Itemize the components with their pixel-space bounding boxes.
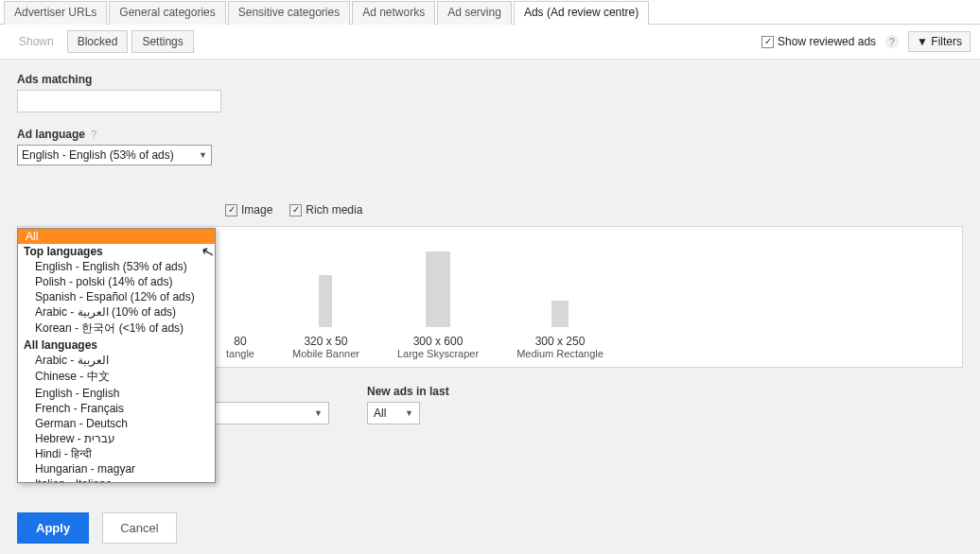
ad-type-image[interactable]: Image	[225, 203, 272, 216]
apply-button[interactable]: Apply	[17, 512, 89, 544]
dd-option[interactable]: French - Français	[18, 401, 215, 416]
ad-language-selected-value: English - English (53% of ads)	[22, 148, 174, 162]
caret-down-icon: ▼	[405, 408, 413, 418]
new-ads-block: New ads in last All ▼	[367, 385, 449, 424]
ad-language-dropdown[interactable]: All Top languages English - English (53%…	[17, 228, 216, 483]
dd-option[interactable]: Arabic - العربية (10% of ads)	[18, 304, 215, 320]
caret-down-icon: ▼	[314, 408, 323, 418]
tab-ad-review-centre[interactable]: Ads (Ad review centre)	[514, 1, 649, 25]
bar-name: Large Skyscraper	[397, 348, 479, 359]
bar-icon	[426, 251, 450, 327]
subtab-settings[interactable]: Settings	[131, 30, 193, 53]
show-reviewed-toggle[interactable]: Show reviewed ads	[761, 35, 876, 48]
dd-option[interactable]: Chinese - 中文	[18, 368, 215, 386]
ad-type-rich-media[interactable]: Rich media	[289, 203, 362, 216]
new-ads-label: New ads in last	[367, 385, 449, 398]
dd-option-all[interactable]: All	[18, 229, 215, 244]
ads-matching-block: Ads matching	[17, 73, 963, 113]
new-ads-value: All	[374, 407, 386, 420]
subtab-shown[interactable]: Shown	[9, 31, 63, 52]
bar-dim: 80	[234, 335, 246, 348]
dd-option[interactable]: Hungarian - magyar	[18, 461, 215, 476]
dd-option[interactable]: English - English (53% of ads)	[18, 259, 215, 274]
bar-name: Medium Rectangle	[516, 348, 604, 359]
tab-ad-serving[interactable]: Ad serving	[437, 1, 512, 25]
bar-dim: 320 x 50	[304, 335, 347, 348]
bar-name: Mobile Banner	[292, 348, 359, 359]
checkbox-icon	[761, 36, 774, 48]
tab-sensitive-categories[interactable]: Sensitive categories	[228, 1, 350, 25]
checkbox-icon	[225, 204, 237, 216]
bar-dim: 300 x 250	[535, 335, 586, 348]
ads-matching-input[interactable]	[17, 90, 221, 113]
dd-option[interactable]: English - English	[18, 386, 215, 401]
dd-option[interactable]: Arabic - العربية	[18, 353, 215, 368]
filters-label: Filters	[931, 35, 962, 48]
tab-general-categories[interactable]: General categories	[109, 1, 225, 25]
ads-matching-label: Ads matching	[17, 73, 963, 86]
top-tabs: Advertiser URLs General categories Sensi…	[0, 0, 980, 25]
ad-type-image-label: Image	[241, 203, 272, 216]
dd-option[interactable]: Hindi - हिन्दी	[18, 446, 215, 461]
help-icon[interactable]: ?	[91, 129, 96, 140]
dd-group-all-languages: All languages	[18, 338, 215, 353]
dd-option[interactable]: German - Deutsch	[18, 416, 215, 431]
ad-language-select[interactable]: English - English (53% of ads) ▼	[17, 145, 212, 165]
help-icon[interactable]: ?	[885, 35, 899, 48]
bar-icon	[319, 275, 332, 327]
ad-language-label: Ad language	[17, 128, 85, 141]
content-panel: Ads matching Ad language ? English - Eng…	[0, 60, 980, 554]
subtab-blocked[interactable]: Blocked	[67, 30, 129, 53]
new-ads-select[interactable]: All ▼	[367, 402, 420, 424]
dd-option[interactable]: Italian - Italiano	[18, 476, 215, 483]
sub-bar: Shown Blocked Settings Show reviewed ads…	[0, 25, 980, 60]
dd-option[interactable]: Polish - polski (14% of ads)	[18, 274, 215, 289]
tab-ad-networks[interactable]: Ad networks	[352, 1, 435, 25]
caret-down-icon: ▼	[917, 35, 928, 48]
cancel-button[interactable]: Cancel	[102, 512, 176, 544]
ad-type-row: Image Rich media	[225, 203, 963, 216]
actions-row: Apply Cancel	[17, 512, 177, 544]
dd-group-top-languages: Top languages	[18, 244, 215, 259]
ad-language-block: Ad language ? English - English (53% of …	[17, 128, 963, 165]
caret-down-icon: ▼	[199, 150, 207, 160]
bar-dim: 300 x 600	[413, 335, 464, 348]
bar-icon	[551, 301, 569, 327]
bar-name: tangle	[226, 348, 254, 359]
dd-option[interactable]: Korean - 한국어 (<1% of ads)	[18, 320, 215, 338]
ad-type-rich-media-label: Rich media	[306, 203, 362, 216]
dd-option[interactable]: Hebrew - עברית	[18, 431, 215, 446]
checkbox-icon	[289, 204, 302, 216]
tab-advertiser-urls[interactable]: Advertiser URLs	[4, 1, 107, 25]
dd-option[interactable]: Spanish - Español (12% of ads)	[18, 289, 215, 304]
filters-button[interactable]: ▼ Filters	[908, 31, 971, 52]
show-reviewed-label: Show reviewed ads	[778, 35, 876, 48]
